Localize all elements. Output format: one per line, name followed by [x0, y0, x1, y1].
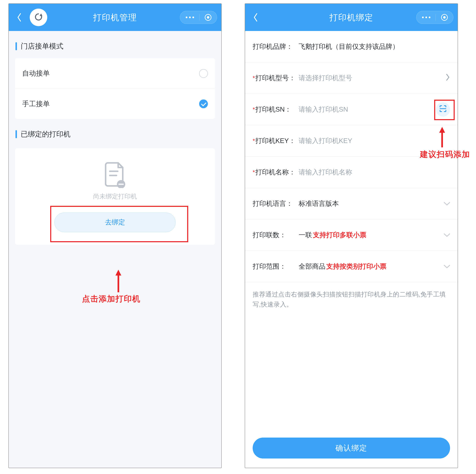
radio-checked-icon	[199, 99, 208, 108]
row-name[interactable]: *打印机名称： 请输入打印机名称	[245, 157, 458, 188]
header: 打印机绑定	[245, 4, 458, 31]
row-copies[interactable]: 打印联数： 一联 支持打印多联小票	[245, 219, 458, 251]
annotation-arrow	[439, 127, 445, 147]
annotation-arrow	[116, 270, 121, 292]
annotation-label: 建议扫码添加	[420, 149, 470, 160]
more-icon	[422, 17, 430, 18]
refresh-button[interactable]	[30, 9, 47, 26]
annotation-inline: 支持按类别打印小票	[326, 262, 387, 271]
value: 飞鹅打印机（目前仅支持该品牌）	[299, 42, 399, 51]
chevron-down-icon	[444, 263, 450, 270]
row-language[interactable]: 打印机语言： 标准语言版本	[245, 188, 458, 219]
annotation-label: 点击添加打印机	[82, 293, 140, 304]
chevron-right-icon	[445, 73, 450, 83]
value: 一联	[299, 231, 312, 240]
placeholder: 请输入打印机SN	[299, 105, 348, 114]
annotation-inline: 支持打印多联小票	[313, 231, 366, 240]
label: 打印机KEY：	[255, 136, 295, 146]
miniapp-menu[interactable]	[180, 11, 217, 24]
refresh-icon	[34, 12, 43, 22]
chevron-down-icon	[444, 231, 450, 239]
annotation-highlight-box	[434, 100, 455, 120]
placeholder: 请输入打印机KEY	[299, 136, 352, 146]
confirm-bind-button[interactable]: 确认绑定	[253, 438, 450, 458]
section-title: 已绑定的打印机	[21, 129, 70, 139]
close-miniapp-icon	[205, 14, 211, 21]
row-sn[interactable]: *打印机SN： 请输入打印机SN	[245, 94, 458, 125]
row-range[interactable]: 打印范围： 全部商品 支持按类别打印小票	[245, 251, 458, 282]
label: 打印机语言：	[253, 199, 293, 208]
section-order-mode: 门店接单模式	[9, 31, 221, 56]
close-miniapp-icon	[441, 14, 448, 21]
bind-form: 打印机品牌： 飞鹅打印机（目前仅支持该品牌） *打印机型号： 请选择打印机型号 …	[245, 31, 458, 433]
chevron-down-icon	[444, 200, 450, 207]
miniapp-menu[interactable]	[416, 11, 453, 24]
back-button[interactable]	[251, 13, 260, 21]
footer: 确认绑定	[245, 433, 458, 468]
row-model[interactable]: *打印机型号： 请选择打印机型号	[245, 62, 458, 94]
annotation-highlight-box	[50, 206, 188, 242]
label: 打印机名称：	[255, 168, 295, 177]
mode-auto-label: 自动接单	[22, 69, 50, 78]
label: 打印机品牌：	[253, 42, 293, 51]
label: 打印机SN：	[255, 105, 291, 114]
screen-printer-bind: 打印机绑定 打印机品牌： 飞鹅打印机（目前仅支持该品牌） *打印机型号： 请选择…	[245, 3, 458, 468]
mode-manual-label: 手工接单	[22, 99, 50, 109]
label: 打印机型号：	[255, 73, 295, 83]
label: 打印范围：	[253, 262, 286, 271]
section-title: 门店接单模式	[21, 41, 63, 51]
label: 打印联数：	[253, 231, 286, 240]
bound-printers-empty: 尚未绑定打印机 去绑定	[15, 148, 215, 245]
section-bound-printers: 已绑定的打印机	[9, 119, 221, 144]
mode-auto-row[interactable]: 自动接单	[15, 58, 215, 89]
empty-state-text: 尚未绑定打印机	[93, 192, 137, 201]
mode-manual-row[interactable]: 手工接单	[15, 89, 215, 119]
mode-card: 自动接单 手工接单	[15, 58, 215, 119]
placeholder: 请输入打印机名称	[299, 168, 352, 177]
document-icon	[103, 161, 127, 188]
header: 打印机管理	[9, 4, 221, 31]
radio-unchecked-icon	[199, 69, 208, 78]
back-button[interactable]	[15, 13, 23, 21]
placeholder: 请选择打印机型号	[299, 73, 352, 83]
value: 全部商品	[299, 262, 325, 271]
more-icon	[186, 17, 194, 18]
screen-printer-management: 打印机管理 门店接单模式 自动接单 手工接单 已绑定的打印机	[8, 3, 222, 468]
value: 标准语言版本	[299, 199, 339, 208]
help-text: 推荐通过点击右侧摄像头扫描按钮扫描打印机身上的二维码,免手工填写,快速录入。	[245, 282, 458, 317]
row-brand: 打印机品牌： 飞鹅打印机（目前仅支持该品牌）	[245, 31, 458, 62]
svg-marker-0	[40, 14, 42, 16]
